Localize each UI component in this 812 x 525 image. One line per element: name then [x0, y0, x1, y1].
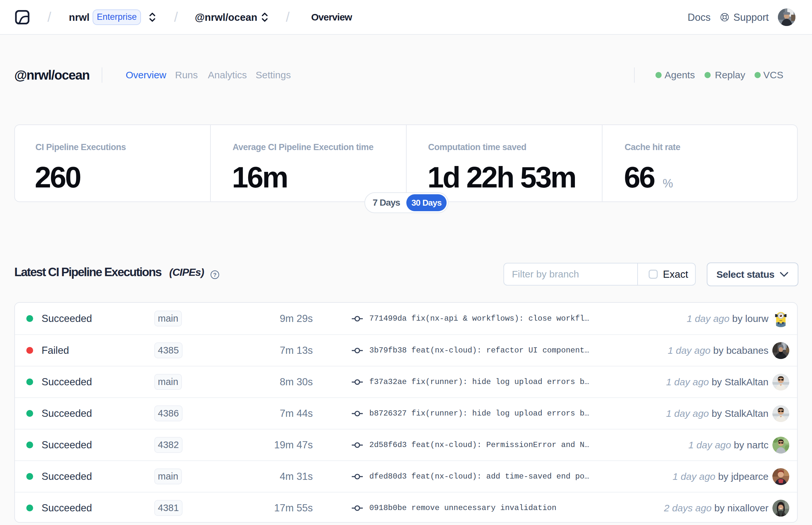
svg-text:?: ?	[213, 272, 216, 278]
